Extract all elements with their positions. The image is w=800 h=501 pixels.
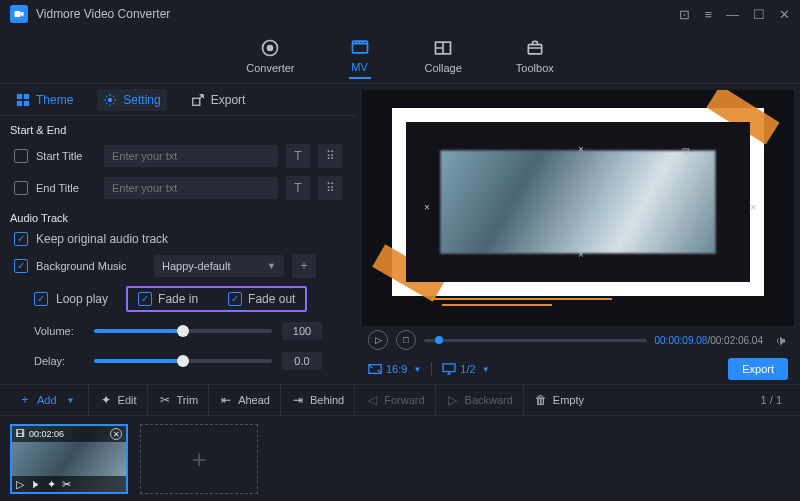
behind-button[interactable]: ⇥Behind: [281, 385, 355, 415]
aspect-bar: 16:9▼ 1/2▼ Export: [362, 354, 794, 384]
bg-music-label: Background Music: [36, 260, 146, 272]
mv-icon: [349, 37, 371, 57]
end-title-label: End Title: [36, 182, 96, 194]
tab-toolbox[interactable]: Toolbox: [516, 34, 554, 78]
svg-point-2: [268, 45, 273, 50]
scissors-icon: ✂: [158, 393, 172, 407]
menu-icon[interactable]: ≡: [704, 7, 712, 22]
toolbox-icon: [524, 38, 546, 58]
trim-button[interactable]: ✂Trim: [148, 385, 210, 415]
gear-icon: [103, 93, 117, 107]
app-title: Vidmore Video Converter: [36, 7, 170, 21]
checkbox-start-title[interactable]: [14, 149, 28, 163]
mute-icon[interactable]: 🕨: [30, 478, 41, 490]
edit-button[interactable]: ✦Edit: [89, 385, 148, 415]
checkbox-background-music[interactable]: [14, 259, 28, 273]
settings-panel: Theme Setting Export Start & End Start T…: [0, 84, 356, 384]
seek-slider[interactable]: [424, 339, 647, 342]
add-music-button[interactable]: +: [292, 254, 316, 278]
chevron-down-icon: ▼: [482, 365, 490, 374]
tab-collage[interactable]: Collage: [425, 34, 462, 78]
start-title-style-button[interactable]: ⠿: [318, 144, 342, 168]
sub-tabs: Theme Setting Export: [0, 84, 356, 116]
export-icon: [191, 93, 205, 107]
chevron-down-icon: ▼: [413, 365, 421, 374]
timeline: 🎞 00:02:06 ✕ ▷ 🕨 ✦ ✂ +: [0, 416, 800, 501]
subtab-setting[interactable]: Setting: [97, 89, 166, 111]
behind-icon: ⇥: [291, 393, 305, 407]
feedback-icon[interactable]: ⊡: [679, 7, 690, 22]
fade-out-label: Fade out: [248, 292, 295, 306]
page-indicator: 1 / 1: [761, 394, 792, 406]
end-title-input[interactable]: [104, 177, 278, 199]
tab-converter[interactable]: Converter: [246, 34, 294, 78]
add-clip-button[interactable]: +: [140, 424, 258, 494]
play-button[interactable]: ▷: [368, 330, 388, 350]
end-title-style-button[interactable]: ⠿: [318, 176, 342, 200]
checkbox-end-title[interactable]: [14, 181, 28, 195]
forward-icon: ◁: [365, 393, 379, 407]
forward-button[interactable]: ◁Forward: [355, 385, 435, 415]
svg-point-10: [108, 97, 112, 101]
ahead-button[interactable]: ⇤Ahead: [209, 385, 281, 415]
start-title-label: Start Title: [36, 150, 96, 162]
clip-toolbar: +Add▼ ✦Edit ✂Trim ⇤Ahead ⇥Behind ◁Forwar…: [0, 384, 800, 416]
theme-icon: [16, 93, 30, 107]
section-start-end: Start & End: [0, 116, 356, 140]
backward-icon: ▷: [446, 393, 460, 407]
subtab-export[interactable]: Export: [185, 89, 252, 111]
checkbox-loop-play[interactable]: [34, 292, 48, 306]
start-title-input[interactable]: [104, 145, 278, 167]
delay-label: Delay:: [34, 355, 84, 367]
end-title-font-button[interactable]: T: [286, 176, 310, 200]
playback-controls: ▷ □ 00:00:09.08/00:02:06.04 🕩: [362, 326, 794, 354]
volume-label: Volume:: [34, 325, 84, 337]
fade-highlight-box: Fade in Fade out: [126, 286, 307, 312]
add-button[interactable]: +Add▼: [8, 385, 89, 415]
empty-button[interactable]: 🗑Empty: [524, 385, 594, 415]
checkbox-fade-out[interactable]: [228, 292, 242, 306]
chevron-down-icon: ▼: [64, 396, 78, 405]
section-audio-track: Audio Track: [0, 204, 356, 228]
minimize-icon[interactable]: —: [726, 7, 739, 22]
wand-icon: ✦: [99, 393, 113, 407]
title-bar: Vidmore Video Converter ⊡ ≡ — ☐ ✕: [0, 0, 800, 28]
svg-rect-6: [17, 93, 22, 98]
stop-button[interactable]: □: [396, 330, 416, 350]
chevron-down-icon: ▼: [267, 261, 276, 271]
close-icon[interactable]: ✕: [779, 7, 790, 22]
plus-icon: +: [191, 444, 206, 475]
volume-slider[interactable]: [94, 329, 272, 333]
screen-count-select[interactable]: 1/2▼: [442, 363, 489, 375]
checkbox-fade-in[interactable]: [138, 292, 152, 306]
clip-duration: 00:02:06: [29, 429, 64, 439]
collage-icon: [432, 38, 454, 58]
preview-frame[interactable]: × × × × ▽: [362, 90, 794, 326]
delay-slider[interactable]: [94, 359, 272, 363]
tab-mv[interactable]: MV: [349, 33, 371, 79]
clip-thumbnail[interactable]: 🎞 00:02:06 ✕ ▷ 🕨 ✦ ✂: [10, 424, 128, 494]
remove-clip-button[interactable]: ✕: [110, 428, 122, 440]
checkbox-keep-original-audio[interactable]: [14, 232, 28, 246]
plus-icon: +: [18, 393, 32, 407]
preview-panel: × × × × ▽ ▷ □ 00:00:09.08/00:02:06.04 🕩 …: [356, 84, 800, 384]
backward-button[interactable]: ▷Backward: [436, 385, 524, 415]
svg-rect-11: [192, 98, 199, 105]
delay-value[interactable]: 0.0: [282, 352, 322, 370]
export-button[interactable]: Export: [728, 358, 788, 380]
aspect-ratio-select[interactable]: 16:9▼: [368, 363, 421, 375]
subtab-theme[interactable]: Theme: [10, 89, 79, 111]
svg-rect-5: [528, 44, 541, 53]
svg-rect-13: [443, 364, 455, 372]
start-title-font-button[interactable]: T: [286, 144, 310, 168]
volume-icon[interactable]: 🕩: [775, 333, 788, 348]
svg-rect-9: [24, 100, 29, 105]
trim-clip-icon[interactable]: ✂: [62, 478, 71, 491]
edit-clip-icon[interactable]: ✦: [47, 478, 56, 491]
trash-icon: 🗑: [534, 393, 548, 407]
app-logo-icon: [10, 5, 28, 23]
maximize-icon[interactable]: ☐: [753, 7, 765, 22]
volume-value[interactable]: 100: [282, 322, 322, 340]
play-icon[interactable]: ▷: [16, 478, 24, 491]
bg-music-select[interactable]: Happy-default ▼: [154, 255, 284, 277]
